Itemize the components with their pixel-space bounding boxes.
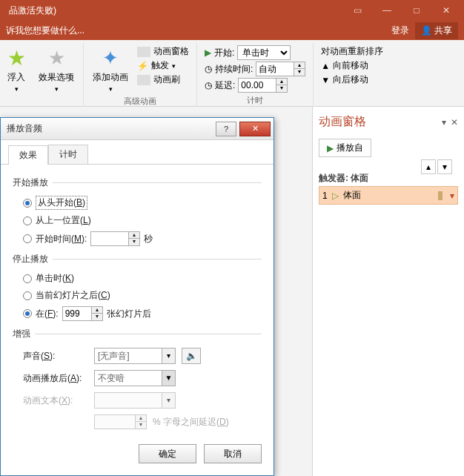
effect-options-icon: ★ <box>48 47 65 70</box>
item-name: 体面 <box>343 189 434 202</box>
fieldset-enhance: 增强 <box>13 328 262 340</box>
pane-title: 动画窗格 <box>319 114 366 130</box>
play-icon: ▶ <box>327 143 334 153</box>
share-icon: 👤 <box>421 25 432 36</box>
item-menu-icon[interactable]: ▾ <box>450 191 454 201</box>
sound-preview-button[interactable]: 🔈 <box>182 348 201 364</box>
group-label-timing: 计时 <box>247 93 263 108</box>
login-link[interactable]: 登录 <box>391 24 409 37</box>
ok-button[interactable]: 确定 <box>139 444 196 463</box>
float-in-button[interactable]: ★ 浮入 ▾ <box>1 44 31 94</box>
play-audio-dialog: 播放音频 ? ✕ 效果 计时 开始播放 从头开始(B) 从上一位置(L) 开始时… <box>0 117 274 476</box>
play-icon: ▶ <box>205 47 211 58</box>
radio-after-current[interactable]: 当前幻灯片之后(C) <box>13 287 262 304</box>
ribbon-group-timing: ▶ 开始: 单击时 ◷ 持续时间: ▴▾ ◷ 延迟: <box>197 43 314 107</box>
slides-after-label: 张幻灯片后 <box>107 308 151 320</box>
duration-label: 持续时间: <box>215 63 253 76</box>
trigger-icon: ⚡ <box>137 61 148 71</box>
anim-text-label: 动画文本(X): <box>23 394 88 407</box>
move-forward-button[interactable]: ▲ 向前移动 <box>319 59 385 73</box>
radio-on-click[interactable]: 单击时(K) <box>13 270 262 287</box>
fieldset-start: 开始播放 <box>13 176 262 189</box>
pane-item[interactable]: 1 ▷ 体面 ▾ <box>319 186 458 205</box>
animation-painter-button[interactable]: 动画刷 <box>136 73 190 87</box>
add-anim-icon: ✦ <box>102 47 119 70</box>
trigger-button[interactable]: ⚡ 触发 ▾ <box>136 59 190 73</box>
ribbon-group-advanced: ✦ 添加动画 ▾ 动画窗格 ⚡ 触发 ▾ 动画刷 高级动 <box>84 43 197 107</box>
start-select[interactable]: 单击时 <box>237 45 291 60</box>
radio-icon <box>23 291 32 300</box>
radio-icon <box>23 234 32 243</box>
down-icon: ▼ <box>321 75 330 85</box>
delay-label: 延迟: <box>215 79 235 92</box>
cancel-button[interactable]: 取消 <box>204 444 262 463</box>
radio-from-last[interactable]: 从上一位置(L) <box>13 212 262 229</box>
clock-icon: ◷ <box>205 64 212 74</box>
up-icon: ▲ <box>321 61 330 71</box>
move-back-button[interactable]: ▼ 向后移动 <box>319 73 385 87</box>
dropdown-icon: ▾ <box>15 85 19 93</box>
pane-down-button[interactable]: ▾ <box>437 159 452 174</box>
app-title-bar: 品激活失败) ▭ — □ ✕ <box>0 0 464 21</box>
letter-delay-label: % 字母之间延迟(D) <box>153 416 229 429</box>
minimize-icon[interactable]: — <box>372 0 402 21</box>
anim-pane-icon <box>137 47 150 57</box>
item-play-icon: ▷ <box>332 191 339 201</box>
pane-close-icon[interactable]: ✕ <box>451 117 458 128</box>
ribbon: ★ 浮入 ▾ ★ 效果选项 ▾ ✦ 添加动画 ▾ 动画窗格 <box>0 40 464 107</box>
duration-spinner[interactable]: ▴▾ <box>256 62 305 76</box>
animation-pane: 动画窗格 ▾ ✕ ▶ 播放自 ▴ ▾ 触发器: 体面 1 ▷ 体面 ▾ <box>312 107 464 476</box>
pane-opts-icon[interactable]: ▾ <box>442 117 446 128</box>
animation-pane-button[interactable]: 动画窗格 <box>136 44 190 59</box>
dialog-title: 播放音频 <box>7 122 216 135</box>
start-time-spinner[interactable]: ▴▾ <box>90 231 140 246</box>
play-from-button[interactable]: ▶ 播放自 <box>319 139 371 157</box>
radio-icon <box>23 216 32 225</box>
slides-spinner[interactable]: ▴▾ <box>62 306 103 321</box>
radio-after-n[interactable]: 在(F): ▴▾ 张幻灯片后 <box>13 304 262 323</box>
letter-delay-spinner: ▴▾ <box>94 414 147 429</box>
share-button[interactable]: 👤 共享 <box>415 22 458 39</box>
tell-me-bar: 诉我您想要做什么... 登录 👤 共享 <box>0 21 464 40</box>
ribbon-group-animation: ★ 浮入 ▾ ★ 效果选项 ▾ <box>0 43 84 107</box>
speaker-icon: 🔈 <box>186 351 197 361</box>
dialog-title-bar[interactable]: 播放音频 ? ✕ <box>1 118 274 140</box>
radio-icon <box>23 309 32 318</box>
item-bar <box>438 191 443 200</box>
delay-spinner[interactable]: ▴▾ <box>238 78 288 93</box>
close-icon[interactable]: ✕ <box>431 0 461 21</box>
painter-icon <box>137 75 150 85</box>
tab-effect[interactable]: 效果 <box>8 145 48 165</box>
ribbon-group-reorder: 对动画重新排序 ▲ 向前移动 ▼ 向后移动 <box>314 43 391 107</box>
item-number: 1 <box>322 191 328 201</box>
anim-text-combo: ▾ <box>94 392 176 409</box>
group-label-advanced: 高级动画 <box>124 94 156 108</box>
after-anim-label: 动画播放后(A): <box>23 372 88 385</box>
add-animation-button[interactable]: ✦ 添加动画 ▾ <box>90 44 131 94</box>
sound-combo[interactable]: ▾ <box>94 348 176 364</box>
effect-options-button[interactable]: ★ 效果选项 ▾ <box>36 44 77 94</box>
radio-from-beginning[interactable]: 从头开始(B) <box>13 194 262 212</box>
radio-icon <box>23 199 32 208</box>
seconds-label: 秒 <box>144 233 153 245</box>
tell-me-text[interactable]: 诉我您想要做什么... <box>6 24 84 37</box>
radio-start-time[interactable]: 开始时间(M): ▴▾ 秒 <box>13 229 262 248</box>
tab-timing[interactable]: 计时 <box>48 145 88 164</box>
fieldset-stop: 停止播放 <box>13 253 262 265</box>
dialog-close-button[interactable]: ✕ <box>239 122 271 136</box>
sound-label: 声音(S): <box>23 350 88 363</box>
after-anim-combo[interactable]: ▼ <box>94 370 176 386</box>
radio-icon <box>23 274 32 283</box>
maximize-icon[interactable]: □ <box>402 0 431 21</box>
dialog-help-button[interactable]: ? <box>216 122 236 136</box>
title-text: 品激活失败) <box>3 4 342 17</box>
float-in-icon: ★ <box>7 46 26 70</box>
pane-up-button[interactable]: ▴ <box>421 159 436 174</box>
delay-icon: ◷ <box>205 80 212 90</box>
ribbon-opts-icon[interactable]: ▭ <box>342 0 372 21</box>
start-label: 开始: <box>214 47 234 59</box>
reorder-label: 对动画重新排序 <box>319 44 385 59</box>
dialog-tabs: 效果 计时 <box>1 140 274 165</box>
